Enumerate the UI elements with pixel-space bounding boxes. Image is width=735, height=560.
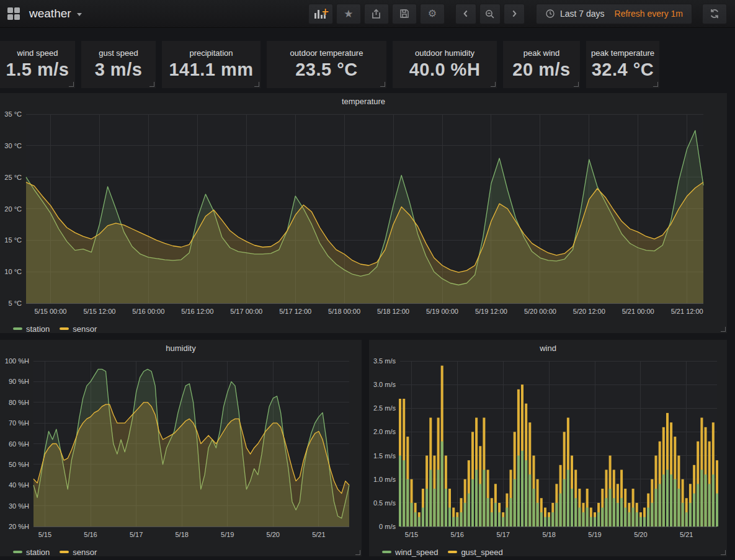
resize-handle[interactable] bbox=[149, 82, 154, 87]
save-button[interactable] bbox=[392, 4, 417, 24]
humidity-chart[interactable]: 5/155/165/175/185/195/205/2120 %H30 %H40… bbox=[0, 356, 362, 543]
svg-text:5/21: 5/21 bbox=[312, 531, 325, 538]
magnifier-minus-icon bbox=[484, 9, 495, 19]
stat-panel-gust-speed: gust speed3 m/s bbox=[81, 41, 156, 88]
svg-text:20 %H: 20 %H bbox=[9, 523, 29, 530]
svg-text:5/17 12:00: 5/17 12:00 bbox=[279, 308, 311, 315]
wind-chart[interactable]: 5/155/165/175/185/195/205/210 m/s0.5 m/s… bbox=[369, 356, 727, 543]
svg-text:5/20 12:00: 5/20 12:00 bbox=[573, 308, 605, 315]
svg-text:2.5 m/s: 2.5 m/s bbox=[373, 404, 396, 412]
svg-text:5/15: 5/15 bbox=[405, 531, 418, 538]
svg-text:60 %H: 60 %H bbox=[9, 440, 29, 448]
star-button[interactable]: ★ bbox=[336, 4, 361, 24]
stat-title: outdoor temperature bbox=[290, 48, 363, 58]
svg-text:15 °C: 15 °C bbox=[4, 236, 22, 244]
legend-label: station bbox=[26, 548, 50, 557]
temperature-chart[interactable]: 5/15 00:005/15 12:005/16 00:005/16 12:00… bbox=[0, 109, 727, 319]
svg-text:70 %H: 70 %H bbox=[9, 419, 29, 427]
settings-button[interactable]: ⚙ bbox=[420, 4, 445, 24]
dashboard-grid-icon[interactable] bbox=[7, 7, 20, 20]
zoom-out-button[interactable] bbox=[479, 4, 501, 24]
time-range-label: Last 7 days bbox=[560, 9, 605, 19]
panel-title-temperature[interactable]: temperature bbox=[0, 93, 727, 109]
svg-text:5/16: 5/16 bbox=[451, 531, 464, 538]
svg-text:5/20 00:00: 5/20 00:00 bbox=[524, 308, 556, 315]
legend-swatch bbox=[60, 327, 69, 330]
svg-text:5/18: 5/18 bbox=[542, 531, 555, 538]
resize-handle[interactable] bbox=[380, 82, 385, 87]
legend-swatch bbox=[13, 551, 22, 553]
legend-label: sensor bbox=[73, 548, 97, 557]
legend-label: station bbox=[26, 324, 50, 334]
stat-panel-peak-temperature: peak temperature32.4 °C bbox=[586, 41, 659, 88]
refresh-interval-label: Refresh every 1m bbox=[615, 9, 683, 19]
stat-panel-outdoor-humidity: outdoor humidity40.0 %H bbox=[393, 41, 497, 88]
svg-text:3.5 m/s: 3.5 m/s bbox=[373, 357, 396, 365]
panel-humidity: humidity 5/155/165/175/185/195/205/2120 … bbox=[0, 340, 362, 556]
svg-text:90 %H: 90 %H bbox=[9, 378, 29, 385]
star-icon: ★ bbox=[344, 9, 353, 19]
svg-text:5/16: 5/16 bbox=[84, 531, 97, 538]
stat-panel-outdoor-temperature: outdoor temperature23.5 °C bbox=[267, 41, 386, 88]
dashboard-toolbar: + ★ ⚙ bbox=[308, 4, 445, 24]
svg-text:5/15 12:00: 5/15 12:00 bbox=[83, 308, 115, 315]
legend-item-station[interactable]: station bbox=[13, 324, 50, 334]
share-button[interactable] bbox=[364, 4, 389, 24]
resize-handle[interactable] bbox=[721, 327, 726, 332]
svg-text:30 %H: 30 %H bbox=[9, 502, 29, 510]
svg-text:1.5 m/s: 1.5 m/s bbox=[373, 452, 396, 460]
time-forward-button[interactable] bbox=[504, 4, 525, 24]
panel-temperature: temperature 5/15 00:005/15 12:005/16 00:… bbox=[0, 93, 727, 333]
humidity-legend: stationsensor bbox=[0, 545, 362, 559]
svg-text:100 %H: 100 %H bbox=[5, 357, 29, 365]
svg-text:5/18 12:00: 5/18 12:00 bbox=[377, 308, 409, 315]
svg-text:2.0 m/s: 2.0 m/s bbox=[373, 428, 396, 435]
add-panel-button[interactable]: + bbox=[308, 4, 333, 24]
chevron-down-icon[interactable] bbox=[77, 13, 82, 16]
stat-value: 23.5 °C bbox=[295, 60, 358, 80]
svg-text:0 m/s: 0 m/s bbox=[379, 523, 396, 530]
svg-text:5/19 12:00: 5/19 12:00 bbox=[475, 308, 507, 315]
svg-text:5/19: 5/19 bbox=[588, 531, 601, 538]
svg-text:5/21 00:00: 5/21 00:00 bbox=[622, 308, 654, 315]
bottom-panels-row: humidity 5/155/165/175/185/195/205/2120 … bbox=[0, 340, 727, 556]
legend-item-sensor[interactable]: sensor bbox=[60, 548, 97, 557]
svg-text:5/17: 5/17 bbox=[130, 531, 143, 538]
panel-title-humidity[interactable]: humidity bbox=[0, 340, 362, 356]
dashboard-title[interactable]: weather bbox=[29, 7, 71, 20]
stat-value: 40.0 %H bbox=[409, 60, 481, 80]
stat-title: precipitation bbox=[189, 48, 233, 58]
stat-title: peak wind bbox=[523, 48, 560, 58]
panel-title-wind[interactable]: wind bbox=[369, 340, 727, 356]
svg-text:80 %H: 80 %H bbox=[9, 399, 29, 406]
resize-handle[interactable] bbox=[491, 82, 496, 87]
resize-handle[interactable] bbox=[574, 82, 579, 87]
refresh-button[interactable] bbox=[702, 4, 727, 24]
legend-item-station[interactable]: station bbox=[13, 548, 50, 557]
legend-item-gust_speed[interactable]: gust_speed bbox=[448, 548, 502, 557]
save-icon bbox=[399, 8, 410, 19]
time-back-button[interactable] bbox=[455, 4, 476, 24]
legend-item-wind_speed[interactable]: wind_speed bbox=[382, 548, 438, 557]
stat-value: 3 m/s bbox=[95, 60, 143, 80]
svg-text:0.5 m/s: 0.5 m/s bbox=[373, 499, 396, 507]
legend-item-sensor[interactable]: sensor bbox=[60, 324, 97, 334]
stat-panel-precipitation: precipitation141.1 mm bbox=[162, 41, 261, 88]
legend-label: sensor bbox=[73, 324, 97, 334]
wind-legend: wind_speedgust_speed bbox=[369, 545, 727, 559]
resize-handle[interactable] bbox=[721, 550, 726, 555]
svg-text:1.0 m/s: 1.0 m/s bbox=[373, 476, 396, 483]
legend-label: wind_speed bbox=[395, 548, 438, 557]
resize-handle[interactable] bbox=[355, 550, 360, 555]
resize-handle[interactable] bbox=[254, 82, 259, 87]
gear-icon: ⚙ bbox=[428, 9, 437, 19]
stat-panel-peak-wind: peak wind20 m/s bbox=[503, 41, 580, 88]
svg-text:10 °C: 10 °C bbox=[4, 268, 22, 275]
resize-handle[interactable] bbox=[69, 82, 74, 87]
navbar: weather + ★ ⚙ bbox=[0, 0, 735, 28]
time-range-picker[interactable]: Last 7 days Refresh every 1m bbox=[536, 4, 692, 24]
legend-swatch bbox=[382, 551, 391, 553]
svg-text:5/16 12:00: 5/16 12:00 bbox=[181, 308, 213, 315]
resize-handle[interactable] bbox=[653, 82, 658, 87]
svg-text:5/19 00:00: 5/19 00:00 bbox=[426, 308, 458, 315]
